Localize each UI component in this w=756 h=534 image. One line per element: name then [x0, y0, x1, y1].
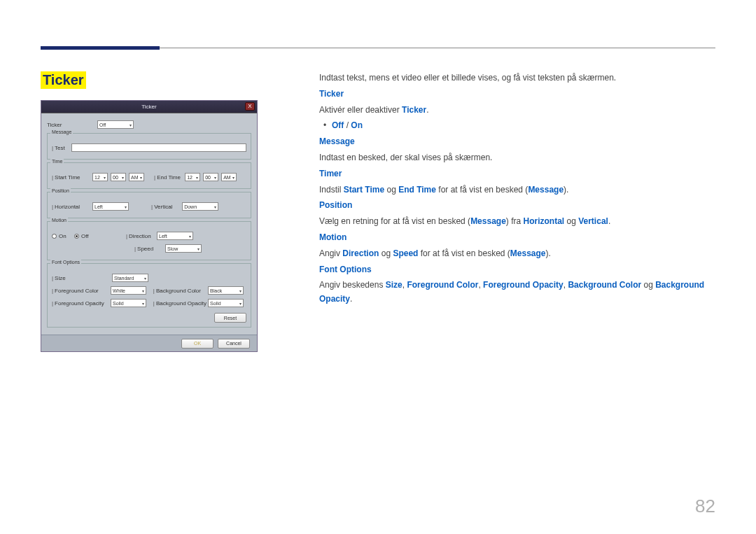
spinner-icon: ▾	[214, 175, 216, 180]
t: Message	[470, 216, 506, 226]
message-group: Message | Test	[47, 133, 251, 160]
ticker-heading: Ticker	[319, 89, 344, 99]
pipe-icon: |	[126, 233, 127, 239]
spinner-icon: ▾	[140, 175, 142, 180]
fgcolor-value: White	[113, 288, 125, 293]
t: Indstil	[319, 185, 344, 195]
ticker-select[interactable]: Off▾	[97, 120, 134, 129]
pipe-icon: |	[52, 174, 53, 181]
end-min-spin[interactable]: 00▾	[203, 173, 218, 181]
ticker-desc: Aktivér eller deaktiver Ticker.	[319, 104, 715, 118]
t: Background Color	[568, 280, 641, 290]
bgcolor-label: Background Color	[156, 288, 208, 294]
t: Message	[510, 248, 546, 258]
pipe-icon: |	[52, 204, 53, 210]
speed-select[interactable]: Slow▾	[165, 244, 202, 253]
t: ) fra	[506, 216, 524, 226]
t: ).	[546, 248, 551, 258]
intro-text: Indtast tekst, mens et video eller et bi…	[319, 71, 715, 85]
end-hour-spin[interactable]: 12▾	[185, 173, 200, 181]
message-value-label: Test	[55, 145, 71, 151]
t: On	[351, 120, 363, 130]
cancel-button[interactable]: Cancel	[218, 339, 250, 349]
pipe-icon: |	[151, 204, 153, 210]
fontoptions-desc: Angiv beskedens Size, Foreground Color, …	[319, 279, 715, 307]
start-min-spin[interactable]: 00▾	[111, 173, 126, 181]
close-icon[interactable]: X	[245, 102, 255, 111]
bgcolor-select[interactable]: Black▾	[208, 286, 244, 295]
t: Ticker	[402, 105, 426, 115]
spinner-icon: ▾	[104, 175, 106, 180]
t: Vertical	[578, 216, 608, 226]
dialog-screenshot: Ticker X Ticker Off▾ Message | Test	[41, 100, 258, 352]
start-ampm-spin[interactable]: AM▾	[129, 173, 144, 181]
start-ampm-value: AM	[131, 175, 139, 180]
font-options-legend: Font Options	[50, 260, 81, 265]
direction-select[interactable]: Left▾	[157, 232, 193, 240]
position-legend: Position	[50, 188, 71, 193]
end-time-label: End Time	[157, 174, 185, 181]
chevron-down-icon: ▾	[130, 122, 132, 127]
dialog-footer: OK Cancel	[41, 335, 257, 351]
t: Foreground Opacity	[483, 280, 564, 290]
start-time-label: Start Time	[55, 174, 92, 181]
position-heading: Position	[319, 200, 352, 210]
chevron-down-icon: ▾	[142, 288, 144, 293]
motion-on-radio[interactable]	[52, 234, 57, 239]
t: for at få vist en besked (	[418, 248, 510, 258]
pipe-icon: |	[52, 275, 53, 281]
t: Size	[386, 280, 402, 290]
message-input[interactable]	[71, 143, 246, 152]
pipe-icon: |	[154, 174, 155, 181]
horizontal-select[interactable]: Left▾	[92, 202, 129, 211]
left-column: Ticker Ticker X Ticker Off▾ Message | Te…	[41, 71, 300, 352]
pipe-icon: |	[134, 246, 136, 252]
ok-button[interactable]: OK	[181, 339, 214, 349]
size-select[interactable]: Standard▾	[112, 274, 148, 282]
t: Off	[332, 120, 344, 130]
t: og	[641, 280, 655, 290]
t: /	[344, 120, 351, 130]
pipe-icon: |	[153, 288, 155, 294]
bgop-label: Background Opacity	[156, 300, 208, 307]
motion-on-label: On	[59, 233, 74, 239]
pipe-icon: |	[52, 288, 53, 294]
reset-button[interactable]: Reset	[214, 313, 246, 323]
horizontal-value: Left	[94, 204, 103, 209]
vertical-label: Vertical	[154, 204, 182, 210]
chevron-down-icon: ▾	[239, 301, 241, 306]
timer-heading: Timer	[319, 169, 342, 178]
t: Angiv	[319, 248, 342, 258]
fgop-label: Foreground Opacity	[55, 300, 111, 307]
header-accent	[41, 46, 160, 50]
page-number: 82	[695, 496, 715, 517]
t: Message	[528, 185, 564, 195]
motion-heading: Motion	[319, 232, 346, 242]
end-ampm-value: AM	[223, 175, 231, 180]
vertical-select[interactable]: Down▾	[182, 202, 218, 211]
message-desc: Indtast en besked, der skal vises på skæ…	[319, 151, 715, 165]
chevron-down-icon: ▾	[142, 301, 144, 306]
font-options-group: Font Options | Size Standard▾ | Foregrou…	[47, 263, 251, 328]
fgcolor-select[interactable]: White▾	[111, 286, 146, 295]
motion-desc: Angiv Direction og Speed for at få vist …	[319, 247, 715, 261]
spinner-icon: ▾	[196, 175, 198, 180]
t: Start Time	[344, 185, 384, 195]
time-legend: Time	[50, 159, 64, 164]
bgop-select[interactable]: Solid▾	[208, 299, 244, 307]
bgcolor-value: Black	[210, 288, 222, 293]
t: Angiv beskedens	[319, 280, 386, 290]
fgop-select[interactable]: Solid▾	[111, 299, 146, 307]
start-hour-value: 12	[94, 175, 100, 180]
motion-off-radio[interactable]	[74, 234, 79, 239]
t: og	[384, 185, 398, 195]
pipe-icon: |	[153, 300, 155, 307]
start-hour-spin[interactable]: 12▾	[92, 173, 108, 181]
timer-desc: Indstil Start Time og End Time for at få…	[319, 183, 715, 197]
end-ampm-spin[interactable]: AM▾	[221, 173, 237, 181]
motion-off-label: Off	[81, 233, 126, 239]
speed-value: Slow	[167, 246, 178, 251]
t: .	[608, 216, 610, 226]
end-hour-value: 12	[187, 175, 192, 180]
position-desc: Vælg en retning for at få vist en besked…	[319, 215, 715, 229]
